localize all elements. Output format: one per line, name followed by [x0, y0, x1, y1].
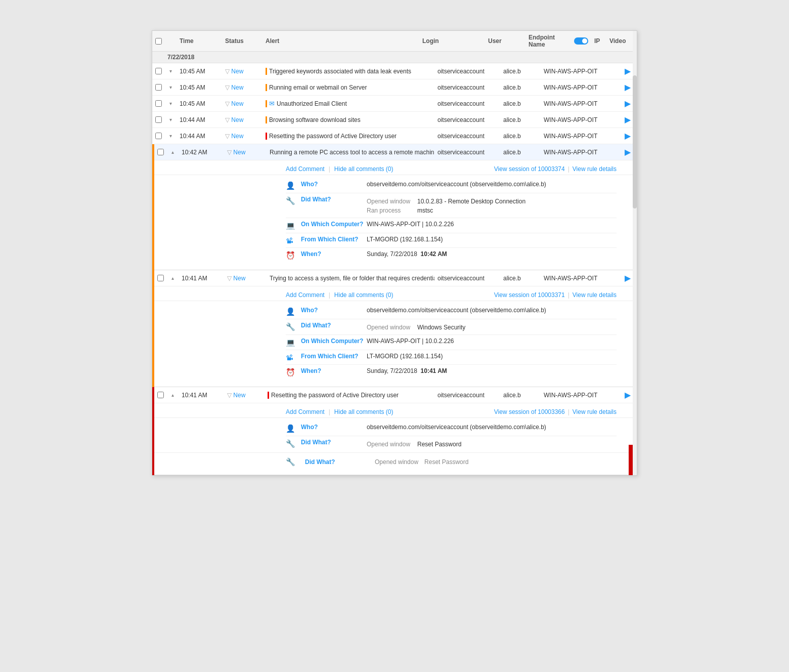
table-row-expanded: ▴ 10:41 AM ▽ New Trying to access a syst…: [154, 270, 637, 286]
clock-icon: ⏰: [286, 368, 297, 377]
computer-icon: 💻: [286, 221, 297, 230]
ran-process-row: Ran process mstsc: [367, 206, 525, 215]
did-what-value: Opened window Windows Security: [367, 322, 465, 332]
row-login: oitserviceaccount: [434, 273, 500, 284]
video-play-icon[interactable]: ▶: [625, 83, 631, 92]
row-status: ▽ New: [222, 114, 262, 125]
row-collapse[interactable]: ▴: [166, 390, 179, 400]
row-expand[interactable]: ▾: [164, 131, 177, 141]
partial-row: 🔧 Did What? Opened window Reset Password: [154, 452, 637, 469]
row-status: ▽ New: [224, 147, 265, 158]
filter-icon: ▽: [225, 116, 230, 123]
alert-severity-bar: [268, 392, 269, 399]
add-comment-link[interactable]: Add Comment: [286, 291, 325, 299]
endpoint-toggle[interactable]: [574, 37, 588, 45]
video-play-icon[interactable]: ▶: [625, 274, 631, 282]
row-status: ▽ New: [222, 98, 262, 109]
hide-comments-link[interactable]: Hide all comments (0): [334, 408, 393, 415]
th-endpoint: Endpoint Name: [525, 34, 591, 48]
did-what-subrows: Opened window Reset Password: [367, 440, 461, 449]
view-rule-link[interactable]: View rule details: [573, 165, 617, 173]
row-checkbox[interactable]: [152, 82, 164, 93]
separator: |: [329, 291, 330, 299]
when-label: When?: [301, 250, 367, 258]
opened-window-value: 10.0.2.83 - Remote Desktop Connection: [417, 198, 525, 205]
row-checkbox[interactable]: [152, 114, 164, 125]
did-what-subrows: Opened window Windows Security: [367, 323, 465, 332]
alert-severity-bar: [266, 68, 267, 75]
row-ip: [606, 393, 622, 397]
row-checkbox[interactable]: [154, 390, 166, 400]
ran-process-value: mstsc: [417, 207, 433, 214]
view-session-link[interactable]: View session of 10003366: [494, 408, 565, 415]
user-icon: 👤: [286, 424, 297, 433]
view-rule-link[interactable]: View rule details: [573, 408, 617, 415]
th-login: Login: [419, 37, 485, 45]
scrollbar-track[interactable]: [633, 31, 637, 475]
row-checkbox[interactable]: [154, 273, 166, 283]
header-checkbox[interactable]: [152, 38, 164, 45]
add-comment-link[interactable]: Add Comment: [286, 408, 325, 415]
row-alert: Resetting the password of Active Directo…: [262, 131, 434, 142]
when-value: Sunday, 7/22/2018 10:42 AM: [367, 250, 447, 258]
row-login: oitserviceaccount: [434, 147, 500, 158]
hide-comments-link[interactable]: Hide all comments (0): [334, 165, 393, 173]
did-what-label: Did What?: [301, 196, 367, 203]
row-expand[interactable]: ▾: [164, 66, 177, 76]
row-checkbox[interactable]: [154, 147, 166, 157]
who-row: 👤 Who? observeitdemo.com/oitserviceaccou…: [286, 304, 617, 319]
row-ip: [606, 276, 622, 280]
status-badge: New: [231, 68, 243, 75]
row-user: alice.b: [500, 131, 541, 142]
filter-icon: ▽: [225, 100, 230, 107]
row-checkbox[interactable]: [152, 98, 164, 109]
did-what-label: Did What?: [301, 439, 367, 446]
row-user: alice.b: [500, 147, 541, 158]
row-expand[interactable]: ▾: [164, 115, 177, 124]
hide-comments-link[interactable]: Hide all comments (0): [334, 291, 393, 299]
view-rule-link[interactable]: View rule details: [573, 291, 617, 299]
row-expand[interactable]: ▾: [164, 82, 177, 92]
add-comment-link[interactable]: Add Comment: [286, 165, 325, 173]
select-all-checkbox[interactable]: [155, 38, 162, 45]
filter-icon: ▽: [225, 68, 230, 75]
comment-bar: Add Comment | Hide all comments (0) View…: [154, 406, 637, 418]
partial-label: Opened window: [375, 458, 418, 466]
row-time: 10:41 AM: [179, 273, 224, 284]
scrollbar-thumb[interactable]: [633, 75, 637, 208]
did-what-row: 🔧 Did What? Opened window Windows Securi…: [286, 319, 617, 335]
monitor-icon: 📽: [286, 353, 297, 362]
row-checkbox[interactable]: [152, 131, 164, 141]
row-alert: Running email or webmail on Server: [262, 82, 434, 93]
did-what-label: Did What?: [301, 322, 367, 329]
filter-icon: ▽: [225, 133, 230, 140]
table-row: ▾ 10:44 AM ▽ New Browsing software downl…: [152, 112, 637, 128]
video-play-icon[interactable]: ▶: [625, 115, 631, 124]
row-collapse[interactable]: ▴: [166, 273, 179, 283]
video-play-icon[interactable]: ▶: [625, 67, 631, 75]
row-login: oitserviceaccount: [434, 98, 500, 109]
video-play-icon[interactable]: ▶: [625, 99, 631, 108]
video-play-icon[interactable]: ▶: [625, 391, 631, 399]
session-links: View session of 10003371 | View rule det…: [494, 291, 617, 299]
view-session-link[interactable]: View session of 10003371: [494, 291, 565, 299]
row-login: oitserviceaccount: [434, 390, 500, 401]
row-collapse[interactable]: ▴: [166, 147, 179, 157]
row-expand[interactable]: ▾: [164, 99, 177, 108]
row-ip: [606, 150, 622, 154]
alert-severity-bar: [266, 116, 267, 123]
video-play-icon[interactable]: ▶: [625, 132, 631, 140]
detail-section-who: 👤 Who? observeitdemo.com/oitserviceaccou…: [154, 301, 637, 381]
session-links: View session of 10003374 | View rule det…: [494, 165, 617, 173]
view-session-link[interactable]: View session of 10003374: [494, 165, 565, 173]
row-login: oitserviceaccount: [434, 66, 500, 77]
did-what-row: 🔧 Did What? Opened window Reset Password: [286, 436, 617, 451]
detail-panel: Add Comment | Hide all comments (0) View…: [154, 403, 637, 475]
video-play-icon[interactable]: ▶: [625, 148, 631, 156]
on-which-computer-row: 💻 On Which Computer? WIN-AWS-APP-OIT | 1…: [286, 335, 617, 350]
row-endpoint: WIN-AWS-APP-OIT: [541, 114, 606, 125]
did-what-value: Opened window 10.0.2.83 - Remote Desktop…: [367, 196, 525, 215]
bottom-indicator-bar: [629, 445, 633, 475]
row-endpoint: WIN-AWS-APP-OIT: [541, 66, 606, 77]
row-checkbox[interactable]: [152, 66, 164, 76]
